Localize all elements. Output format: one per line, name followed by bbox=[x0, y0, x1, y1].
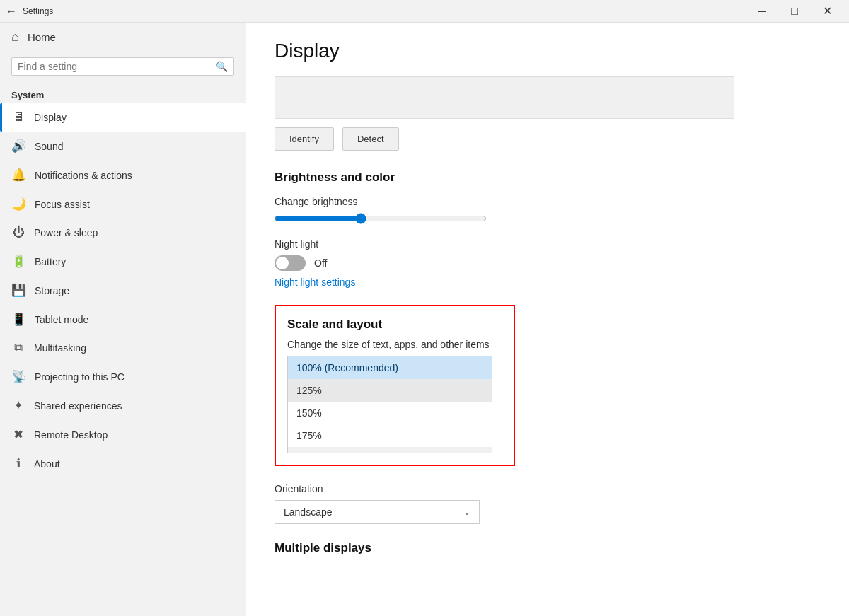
sidebar-item-shared[interactable]: ✦Shared experiences bbox=[0, 391, 246, 420]
sidebar-item-storage[interactable]: 💾Storage bbox=[0, 276, 246, 305]
sidebar-item-label-multitasking: Multitasking bbox=[34, 342, 86, 354]
search-icon: 🔍 bbox=[216, 61, 228, 72]
scale-dropdown[interactable]: 100% (Recommended)125%150%175% bbox=[287, 356, 492, 453]
sidebar-item-label-power: Power & sleep bbox=[34, 227, 98, 238]
chevron-down-icon: ⌄ bbox=[463, 507, 470, 517]
detect-button[interactable]: Detect bbox=[342, 127, 399, 151]
sidebar-item-label-display: Display bbox=[34, 112, 67, 123]
projecting-icon: 📡 bbox=[11, 369, 26, 384]
brightness-slider[interactable] bbox=[275, 213, 487, 224]
orient-select[interactable]: Landscape ⌄ bbox=[275, 500, 480, 524]
monitor-preview bbox=[275, 76, 734, 119]
sidebar-item-label-remote: Remote Desktop bbox=[34, 429, 108, 441]
storage-icon: 💾 bbox=[11, 283, 26, 298]
brightness-section: Brightness and color Change brightness N… bbox=[275, 170, 821, 305]
search-box[interactable]: 🔍 bbox=[11, 57, 234, 76]
shared-icon: ✦ bbox=[11, 398, 25, 413]
window-controls: ─ □ ✕ bbox=[746, 0, 843, 23]
sidebar-item-sound[interactable]: 🔊Sound bbox=[0, 132, 246, 161]
search-input[interactable] bbox=[18, 61, 216, 72]
sidebar-item-label-storage: Storage bbox=[35, 285, 69, 296]
display-icon: 🖥 bbox=[11, 110, 25, 124]
sidebar-item-battery[interactable]: 🔋Battery bbox=[0, 247, 246, 276]
sidebar-home-label: Home bbox=[28, 31, 56, 43]
tablet-icon: 📱 bbox=[11, 312, 26, 327]
scale-option[interactable]: 125% bbox=[288, 379, 492, 402]
battery-icon: 🔋 bbox=[11, 254, 26, 269]
night-light-row: Off bbox=[275, 255, 821, 271]
sidebar-item-label-projecting: Projecting to this PC bbox=[35, 371, 125, 383]
multitasking-icon: ⧉ bbox=[11, 341, 25, 355]
multiple-displays-heading: Multiple displays bbox=[275, 541, 821, 555]
page-title: Display bbox=[275, 40, 821, 62]
minimize-button[interactable]: ─ bbox=[746, 0, 778, 23]
night-light-state: Off bbox=[314, 257, 327, 269]
identify-button[interactable]: Identify bbox=[275, 127, 334, 151]
sidebar-section-label: System bbox=[0, 84, 246, 103]
brightness-heading: Brightness and color bbox=[275, 170, 821, 185]
title-bar: ← Settings ─ □ ✕ bbox=[0, 0, 849, 23]
remote-icon: ✖ bbox=[11, 427, 25, 442]
about-icon: ℹ bbox=[11, 456, 25, 471]
button-row: Identify Detect bbox=[275, 127, 821, 151]
sidebar-item-about[interactable]: ℹAbout bbox=[0, 449, 246, 478]
app-title: Settings bbox=[23, 6, 53, 16]
orient-section: Orientation Landscape ⌄ bbox=[275, 483, 821, 524]
nav-items: 🖥Display🔊Sound🔔Notifications & actions🌙F… bbox=[0, 103, 246, 478]
sidebar-item-multitasking[interactable]: ⧉Multitasking bbox=[0, 334, 246, 362]
sidebar-item-label-sound: Sound bbox=[35, 141, 63, 152]
scale-desc: Change the size of text, apps, and other… bbox=[287, 339, 502, 350]
orient-value: Landscape bbox=[284, 506, 333, 518]
sidebar-item-display[interactable]: 🖥Display bbox=[0, 103, 246, 132]
maximize-button[interactable]: □ bbox=[778, 0, 811, 23]
sidebar: ⌂ Home 🔍 System 🖥Display🔊Sound🔔Notificat… bbox=[0, 23, 246, 616]
sidebar-item-remote[interactable]: ✖Remote Desktop bbox=[0, 420, 246, 449]
main-content: Display Identify Detect Brightness and c… bbox=[246, 23, 849, 616]
scale-option[interactable]: 100% (Recommended) bbox=[288, 356, 492, 379]
close-button[interactable]: ✕ bbox=[811, 0, 843, 23]
night-light-settings-link[interactable]: Night light settings bbox=[275, 277, 355, 288]
orient-label: Orientation bbox=[275, 483, 821, 494]
sidebar-item-focus[interactable]: 🌙Focus assist bbox=[0, 190, 246, 219]
night-light-label: Night light bbox=[275, 238, 821, 250]
brightness-slider-container[interactable] bbox=[275, 213, 487, 224]
notifications-icon: 🔔 bbox=[11, 168, 26, 182]
app-body: ⌂ Home 🔍 System 🖥Display🔊Sound🔔Notificat… bbox=[0, 23, 849, 616]
power-icon: ⏻ bbox=[11, 226, 25, 240]
scale-option[interactable]: 150% bbox=[288, 402, 492, 424]
brightness-label: Change brightness bbox=[275, 196, 821, 207]
sidebar-item-label-shared: Shared experiences bbox=[34, 400, 122, 412]
sound-icon: 🔊 bbox=[11, 139, 26, 153]
dropdown-scrollbar bbox=[288, 447, 492, 453]
sidebar-item-notifications[interactable]: 🔔Notifications & actions bbox=[0, 161, 246, 190]
sidebar-item-label-focus: Focus assist bbox=[35, 199, 90, 210]
sidebar-item-label-tablet: Tablet mode bbox=[35, 314, 88, 325]
scale-option[interactable]: 175% bbox=[288, 424, 492, 447]
sidebar-item-label-notifications: Notifications & actions bbox=[35, 170, 132, 181]
sidebar-item-label-battery: Battery bbox=[35, 256, 66, 267]
toggle-knob bbox=[276, 257, 289, 269]
sidebar-item-tablet[interactable]: 📱Tablet mode bbox=[0, 305, 246, 334]
scale-heading: Scale and layout bbox=[287, 318, 502, 332]
sidebar-item-projecting[interactable]: 📡Projecting to this PC bbox=[0, 362, 246, 391]
focus-icon: 🌙 bbox=[11, 197, 26, 211]
back-icon[interactable]: ← bbox=[6, 5, 17, 18]
home-icon: ⌂ bbox=[11, 30, 19, 45]
scale-section: Scale and layout Change the size of text… bbox=[275, 305, 515, 466]
sidebar-item-power[interactable]: ⏻Power & sleep bbox=[0, 219, 246, 247]
sidebar-item-label-about: About bbox=[34, 458, 60, 470]
sidebar-home[interactable]: ⌂ Home bbox=[0, 23, 246, 52]
night-light-toggle[interactable] bbox=[275, 255, 306, 271]
